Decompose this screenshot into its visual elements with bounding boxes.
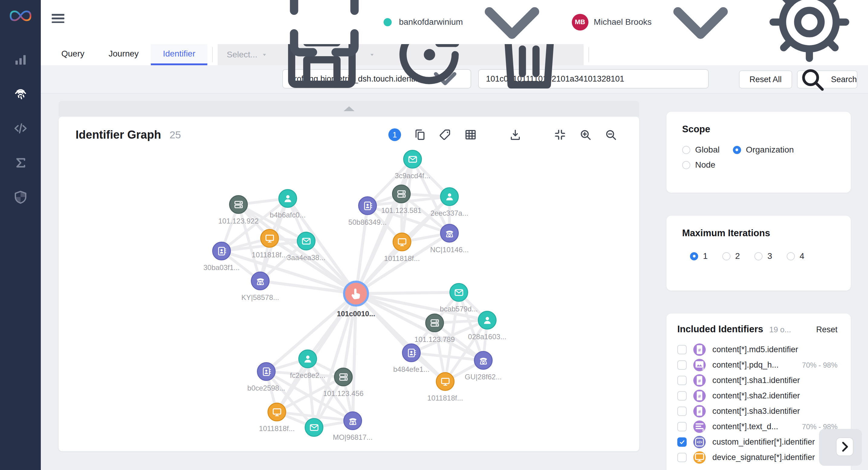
saved-query-select[interactable]: Select... (227, 50, 268, 60)
saved-query-placeholder: Select... (227, 50, 257, 60)
radio-iterations-1[interactable]: 1 (690, 251, 708, 261)
graph-node-b0ce2598[interactable]: b0ce2598... (257, 362, 276, 381)
radio-dot[interactable] (682, 161, 690, 169)
included-row[interactable]: #content[*].sha2.identifier (677, 388, 837, 404)
fit-view-icon[interactable] (553, 128, 567, 141)
user-menu[interactable]: Michael Brooks (594, 0, 746, 69)
graph-node-1011818f[interactable]: 1011818f... (268, 403, 286, 422)
graph-node-b484efe1[interactable]: b484efe1... (402, 343, 421, 362)
radio-iterations-3[interactable]: 3 (754, 251, 772, 261)
graph-node-b4b6afc0[interactable]: b4b6afc0... (278, 189, 297, 208)
hamburger-menu-icon[interactable] (52, 14, 64, 23)
sidebar-item-code[interactable] (12, 120, 29, 137)
radio-iterations-2[interactable]: 2 (722, 251, 740, 261)
included-row[interactable]: #content[*].md5.identifier (677, 342, 837, 357)
copy-icon[interactable] (413, 128, 427, 141)
graph-node-3aa4ea38[interactable]: 3aa4ea38... (297, 232, 315, 250)
tab-query[interactable]: Query (49, 44, 96, 65)
included-row[interactable]: #content[*].sha3.identifier (677, 404, 837, 419)
graph-node-label: 101c0010... (337, 310, 375, 318)
radio-dot[interactable] (682, 146, 690, 154)
graph-header: Identifier Graph 25 1 (59, 116, 639, 153)
checkbox[interactable] (677, 345, 687, 354)
tag-icon[interactable] (438, 128, 452, 141)
ip-node-icon (229, 195, 248, 214)
radio-dot[interactable] (754, 252, 763, 260)
graph-node-ky58578[interactable]: KY|58578... (251, 272, 270, 290)
radio-scope-organization[interactable]: Organization (733, 145, 794, 155)
panel-expand-button[interactable] (836, 437, 854, 456)
graph-node-101c0010[interactable]: 101c0010... (343, 280, 369, 307)
zoom-out-icon[interactable] (604, 128, 617, 141)
radio-label: 2 (735, 251, 740, 261)
graph-node-n24[interactable] (305, 418, 323, 437)
avatar[interactable]: MB (572, 14, 588, 31)
graph-node-label: KY|58578... (242, 293, 279, 302)
included-row[interactable]: #content[*].sha1.identifier (677, 373, 837, 388)
graph-node-101123456[interactable]: 101.123.456 (334, 368, 353, 386)
graph-node-1011818f[interactable]: 1011818f... (436, 372, 455, 391)
checkbox[interactable] (677, 391, 687, 401)
email-node-icon (450, 283, 468, 302)
download-icon[interactable] (509, 128, 522, 141)
selection-count-badge: 1 (389, 128, 401, 141)
graph-node-label: 1011818f... (427, 394, 463, 402)
checkbox[interactable] (677, 422, 687, 431)
graph-node-nc10146[interactable]: NC|10146... (440, 224, 459, 242)
doc-hash-icon: # (693, 343, 706, 356)
collapse-strip[interactable] (59, 101, 639, 116)
search-button[interactable]: Search (797, 70, 858, 89)
graph-node-1011818f[interactable]: 1011818f... (260, 229, 279, 248)
graph-node-30ba03f1[interactable]: 30ba03f1... (212, 242, 231, 260)
graph-node-50b86349[interactable]: 50b86349... (358, 196, 377, 215)
device-node-icon (260, 229, 279, 248)
checkbox[interactable] (677, 376, 687, 385)
radio-dot[interactable] (787, 252, 795, 260)
tab-identifier[interactable]: Identifier (151, 44, 207, 65)
radio-dot[interactable] (690, 252, 698, 260)
sidebar-item-security[interactable] (12, 189, 29, 205)
sidebar-item-identity[interactable] (12, 86, 29, 102)
radio-scope-node[interactable]: Node (682, 160, 715, 170)
graph-node-028a1603[interactable]: 028a1603... (478, 311, 497, 330)
person-node-icon (278, 189, 297, 208)
radio-scope-global[interactable]: Global (682, 145, 720, 155)
graph-node-fc2ec8e2[interactable]: fc2ec8e2... (298, 349, 317, 368)
graph-node-mo96817[interactable]: MO|96817... (343, 411, 362, 430)
checkbox[interactable] (677, 437, 687, 447)
divider (212, 47, 213, 62)
sidebar-item-journeys[interactable] (12, 155, 29, 171)
radio-dot[interactable] (722, 252, 731, 260)
table-view-icon[interactable] (464, 128, 477, 141)
graph-node-1011818f[interactable]: 1011818f... (393, 233, 411, 251)
included-row[interactable]: #content[*].pdq_h...70% - 98% (677, 357, 837, 373)
included-row[interactable]: #content[*].text_d...70% - 98% (677, 419, 837, 434)
graph-node-101123789[interactable]: 101.123.789 (425, 313, 444, 332)
radio-iterations-4[interactable]: 4 (787, 251, 805, 261)
sidebar-item-analytics[interactable] (12, 52, 29, 68)
fullscreen-icon[interactable] (279, 0, 370, 67)
graph-node-101123922[interactable]: 101.123.922 (229, 195, 248, 214)
included-row[interactable]: device_signature[*].identifier (677, 450, 837, 465)
checkbox[interactable] (677, 360, 687, 370)
graph-node-bcab579d[interactable]: bcab579d... (450, 283, 468, 302)
gear-icon[interactable] (764, 0, 855, 67)
graph-node-label: 2eec337a... (430, 209, 468, 217)
graph-node-gu28f62[interactable]: GU|28f62... (474, 351, 493, 370)
included-reset-link[interactable]: Reset (816, 325, 837, 334)
org-selector[interactable]: bankofdarwinium (399, 0, 557, 69)
reset-all-button[interactable]: Reset All (739, 70, 792, 89)
graph-canvas[interactable]: 3c9acd4f...101.123.5812eec337a...50b8634… (59, 116, 639, 451)
graph-node-label: NC|10146... (430, 245, 469, 254)
graph-node-101123581[interactable]: 101.123.581 (392, 184, 411, 203)
checkbox[interactable] (677, 407, 687, 416)
included-label: content[*].md5.identifier (712, 345, 798, 354)
tab-journey[interactable]: Journey (96, 44, 151, 65)
graph-node-2eec337a[interactable]: 2eec337a... (440, 187, 459, 206)
included-row[interactable]: </>custom_identifier[*].identifier (677, 434, 837, 450)
zoom-in-icon[interactable] (579, 128, 592, 141)
radio-dot[interactable] (733, 146, 741, 154)
ip-node-icon (425, 313, 444, 332)
checkbox[interactable] (677, 453, 687, 462)
graph-node-label: 101.123.789 (414, 335, 455, 344)
